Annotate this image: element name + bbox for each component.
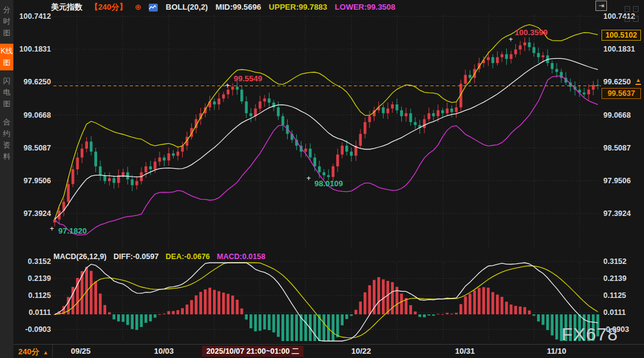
current-price-badge: 99.5637 bbox=[602, 88, 641, 99]
macd-diff-value: DIFF:-0.0597 bbox=[114, 252, 158, 261]
indicator-toggle-icon[interactable]: ⊕ bbox=[135, 2, 141, 12]
price-axis-label-right: 99.6250 bbox=[603, 78, 640, 87]
price-axis-label-left: 100.7412 bbox=[15, 12, 51, 21]
sidebar-tab-2[interactable]: K线图 bbox=[0, 44, 13, 70]
price-axis-label-left: 99.0668 bbox=[15, 111, 51, 120]
chart-header: 美元指数 【240分】 ⊕ BOLL(20,2) MID:99.5696 UPP… bbox=[51, 2, 401, 13]
price-annotation: 97.1820 bbox=[58, 226, 87, 235]
price-axis-label-left: 97.9506 bbox=[15, 177, 51, 186]
period-dropdown-icon: ▲ bbox=[43, 350, 49, 356]
price-axis-label-left: 98.5087 bbox=[15, 144, 51, 153]
chart-mode-sidebar: 分时图K线图闪电图合约资料 bbox=[0, 0, 13, 358]
macd-axis-label-left: -0.0903 bbox=[15, 325, 51, 334]
symbol-name: 美元指数 bbox=[51, 2, 83, 12]
boll-upper-value: UPPER:99.7883 bbox=[269, 2, 327, 12]
price-axis-label-right: 100.1831 bbox=[603, 45, 640, 54]
price-scale-arrow-icon[interactable]: ▲ bbox=[636, 78, 641, 85]
macd-params: MACD(26,12,9) bbox=[53, 252, 107, 261]
boll-label: BOLL(20,2) bbox=[166, 2, 208, 12]
price-axis-label-left: 97.3924 bbox=[15, 209, 51, 218]
macd-axis-label-right: 0.3152 bbox=[603, 257, 640, 266]
macd-axis-label-left: 0.0111 bbox=[15, 308, 51, 317]
chart-app: { "header": { "symbol": "美元指数", "period"… bbox=[0, 0, 644, 358]
macd-axis-label-right: 0.0111 bbox=[603, 308, 640, 317]
price-axis-label-right: 97.9506 bbox=[603, 177, 640, 186]
macd-axis-label-left: 0.3152 bbox=[15, 257, 51, 266]
price-axis-label-right: 97.3924 bbox=[603, 209, 640, 218]
divider bbox=[52, 345, 53, 358]
extremum-cross-marker: + bbox=[225, 81, 229, 90]
price-axis-label-left: 99.6250 bbox=[15, 78, 51, 87]
window-control-icon-1[interactable]: ▫ bbox=[625, 6, 630, 12]
date-tick-label: 10/22 bbox=[351, 346, 371, 356]
selected-candle-time: 2025/10/07 21:00~01:00 二 bbox=[202, 346, 303, 357]
macd-axis-label-left: 0.2139 bbox=[15, 274, 51, 283]
window-control-icon-4[interactable]: ▫ bbox=[633, 16, 639, 22]
price-annotation: 98.0109 bbox=[314, 179, 343, 188]
extremum-cross-marker: + bbox=[50, 225, 54, 233]
period-selector[interactable]: 240分▲ bbox=[18, 346, 49, 357]
macd-axis-label-right: 0.1125 bbox=[603, 291, 640, 300]
window-control-icon-2[interactable]: ▫ bbox=[633, 6, 639, 12]
window-control-icons: ▫ ▫ ▫ ▫ bbox=[624, 2, 644, 22]
price-annotation: 100.3599 bbox=[515, 28, 547, 37]
price-annotation: 99.5549 bbox=[234, 74, 262, 83]
chart-type-icon[interactable] bbox=[149, 4, 158, 12]
sidebar-tab-1[interactable]: 分时图 bbox=[0, 2, 13, 41]
macd-dea-value: DEA:-0.0676 bbox=[166, 252, 210, 261]
date-tick-label: 11/10 bbox=[547, 346, 566, 356]
date-tick-label: 09/25 bbox=[71, 346, 91, 356]
extremum-cross-marker: + bbox=[509, 35, 513, 44]
fx678-watermark: FX678 bbox=[561, 324, 618, 345]
jump-to-latest-icon[interactable]: ⇥ bbox=[595, 1, 607, 11]
period-label[interactable]: 【240分】 bbox=[90, 2, 127, 12]
session-high-badge: 100.5102 bbox=[602, 30, 641, 41]
macd-macd-value: MACD:0.0158 bbox=[217, 252, 265, 261]
price-axis-label-right: 98.5087 bbox=[603, 144, 640, 153]
sidebar-tab-3[interactable]: 闪电图 bbox=[0, 73, 13, 112]
boll-lower-value: LOWER:99.3508 bbox=[335, 2, 396, 12]
extremum-cross-marker: + bbox=[307, 174, 311, 183]
window-control-icon-3[interactable]: ▫ bbox=[625, 16, 630, 22]
price-axis-label-left: 100.1831 bbox=[15, 45, 51, 54]
sidebar-tab-4[interactable]: 合约资料 bbox=[0, 115, 13, 164]
macd-axis-label-right: 0.2139 bbox=[603, 274, 640, 283]
boll-mid-value: MID:99.5696 bbox=[215, 2, 261, 12]
price-axis-label-right: 99.0668 bbox=[603, 111, 640, 120]
date-tick-label: 10/03 bbox=[154, 346, 174, 356]
date-tick-label: 10/31 bbox=[455, 346, 475, 356]
macd-header: MACD(26,12,9) DIFF:-0.0597 DEA:-0.0676 M… bbox=[53, 252, 270, 261]
time-axis-bar: 240分▲ 2025/10/07 21:00~01:00 二 09/2510/0… bbox=[13, 344, 644, 358]
macd-axis-label-left: 0.1125 bbox=[15, 291, 51, 300]
